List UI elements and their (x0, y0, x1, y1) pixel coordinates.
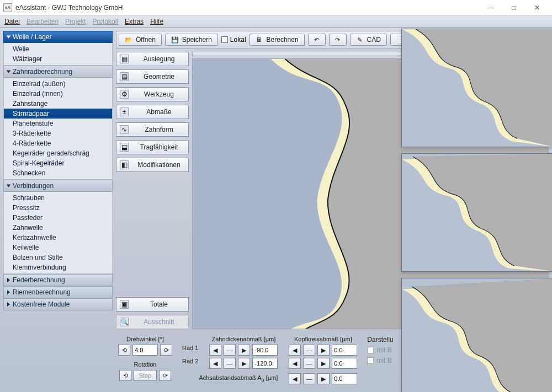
tree-item[interactable]: 4-Räderkette (4, 138, 112, 148)
redo-icon: ↷ (334, 36, 342, 44)
gear-mesh-icon (402, 278, 552, 392)
tab-modifikationen[interactable]: ◧Modifikationen (116, 158, 189, 172)
window-title: eAssistant - GWJ Technology GmbH (15, 4, 479, 12)
section-welle-lager[interactable]: Welle / Lager (3, 31, 113, 43)
calculator-icon: 🖩 (256, 36, 263, 44)
floating-preview-1[interactable] (401, 29, 552, 147)
section-zahnrad[interactable]: Zahnradberechnung (3, 66, 113, 78)
calculate-button[interactable]: 🖩 Berechnen (250, 34, 305, 46)
rotate-left-button[interactable]: ⟲ (118, 345, 130, 356)
tree-item[interactable]: Kegelräder gerade/schräg (4, 148, 112, 158)
section-feder[interactable]: Federberechnung (3, 274, 113, 286)
tree-item[interactable]: Keilwelle (4, 243, 112, 253)
rotate-cw-button[interactable]: ⟳ (159, 370, 171, 381)
tree-item[interactable]: Planetenstufe (4, 119, 112, 128)
reset-button[interactable]: — (303, 358, 315, 369)
rotation-stop-button[interactable]: Stop (134, 370, 157, 381)
menu-bearbeiten[interactable]: Bearbeiten (26, 18, 59, 25)
tree-item[interactable]: Bolzen und Stifte (4, 253, 112, 262)
rad2-k-input[interactable] (332, 358, 357, 369)
tab-tragfaehigkeit[interactable]: ⬓Tragfähigkeit (116, 140, 189, 154)
tab-abmasse[interactable]: ±Abmaße (116, 105, 189, 119)
inc-button[interactable]: ▶ (317, 358, 330, 369)
reset-button[interactable]: — (303, 373, 315, 384)
open-button[interactable]: 📂 Öffnen (119, 34, 162, 46)
section-verbindungen[interactable]: Verbindungen (3, 180, 113, 192)
dec-button[interactable]: ◀ (289, 345, 301, 356)
local-label: Lokal (230, 36, 246, 44)
tree-item-stirnradpaar[interactable]: Stirnradpaar (4, 109, 112, 119)
tree-item[interactable]: 3-Räderkette (4, 128, 112, 138)
btn-label: Berechnen (267, 36, 299, 44)
view-ausschnitt[interactable]: 🔍Ausschnitt (116, 315, 189, 329)
mitb1-label: mit B (376, 346, 391, 354)
tree-item[interactable]: Presssitz (4, 203, 112, 213)
tree-item-waelzlager[interactable]: Wälzlager (4, 54, 112, 64)
sidebar: Welle / Lager Welle Wälzlager Zahnradber… (3, 31, 113, 389)
tab-werkzeug[interactable]: ⚙Werkzeug (116, 87, 189, 101)
menu-protokoll[interactable]: Protokoll (92, 18, 118, 25)
reset-button[interactable]: — (224, 345, 236, 356)
inc-button[interactable]: ▶ (238, 345, 250, 356)
gear-mesh-icon (402, 154, 552, 271)
drehwinkel-input[interactable] (132, 345, 158, 356)
tab-zahnform[interactable]: ∿Zahnform (116, 122, 189, 137)
menu-extras[interactable]: Extras (125, 18, 144, 25)
tab-geometrie[interactable]: ▤Geometrie (116, 69, 189, 84)
cluster-drehwinkel: Drehwinkel [°] ⟲ ⟳ Rotation ⟲ Stop ⟳ (118, 336, 172, 381)
zahndicken-label: Zahndickenabmaß [µm] (209, 336, 278, 342)
inc-button[interactable]: ▶ (238, 358, 250, 369)
tree-item[interactable]: Spiral-Kegelräder (4, 158, 112, 168)
chevron-right-icon (7, 290, 10, 294)
rotate-ccw-button[interactable]: ⟲ (119, 370, 131, 381)
titlebar: eA eAssistant - GWJ Technology GmbH — □ … (0, 0, 552, 15)
undo-button[interactable]: ↶ (308, 34, 326, 46)
reset-button[interactable]: — (303, 345, 315, 356)
chevron-down-icon (7, 36, 11, 39)
maximize-button[interactable]: □ (502, 0, 526, 15)
tab-auslegung[interactable]: ▦Auslegung (116, 52, 189, 66)
dec-button[interactable]: ◀ (209, 345, 221, 356)
menu-projekt[interactable]: Projekt (65, 18, 86, 25)
menu-hilfe[interactable]: Hilfe (150, 18, 163, 25)
floating-preview-2[interactable] (401, 153, 552, 272)
rad1-k-input[interactable] (332, 345, 357, 356)
tree-item[interactable]: Zahnwelle (4, 223, 112, 233)
cad-button[interactable]: ✎ CAD (350, 34, 387, 46)
dec-button[interactable]: ◀ (289, 373, 301, 384)
achsabstand-input[interactable] (332, 373, 357, 384)
rad1-z-input[interactable] (252, 345, 278, 356)
inc-button[interactable]: ▶ (317, 373, 330, 384)
local-checkbox[interactable] (221, 36, 228, 43)
tree-item[interactable]: Schnecken (4, 168, 112, 178)
zoom-icon: 🔍 (120, 318, 129, 326)
tree-item[interactable]: Passfeder (4, 213, 112, 223)
reset-button[interactable]: — (224, 358, 236, 369)
redo-button[interactable]: ↷ (329, 34, 347, 46)
section-riemen[interactable]: Riemenberechnung (3, 286, 113, 298)
mitb2-checkbox[interactable] (367, 357, 374, 364)
menu-datei[interactable]: Datei (4, 18, 20, 25)
dec-button[interactable]: ◀ (289, 358, 301, 369)
mitb1-checkbox[interactable] (367, 347, 374, 353)
tree-item[interactable]: Klemmverbindung (4, 262, 112, 272)
folder-open-icon: 📂 (125, 36, 132, 44)
tree-item[interactable]: Kerbzahnwelle (4, 233, 112, 243)
rad2-z-input[interactable] (252, 358, 278, 369)
tree-item[interactable]: Zahnstange (4, 99, 112, 109)
rad1-label: Rad 1 (182, 345, 198, 356)
close-button[interactable]: ✕ (526, 0, 549, 15)
tree-item[interactable]: Schrauben (4, 193, 112, 203)
rotate-right-button[interactable]: ⟳ (160, 345, 172, 356)
tree-item-welle[interactable]: Welle (4, 44, 112, 54)
section-kostenfrei[interactable]: Kostenfreie Module (3, 298, 113, 310)
tree-item[interactable]: Einzelrad (außen) (4, 79, 112, 89)
view-totale[interactable]: ▣Totale (116, 297, 189, 312)
chevron-down-icon (7, 185, 11, 187)
save-button[interactable]: 💾 Speichern (165, 34, 218, 46)
floating-preview-3[interactable] (401, 278, 552, 392)
tree-item[interactable]: Einzelrad (innen) (4, 89, 112, 99)
inc-button[interactable]: ▶ (317, 345, 330, 356)
dec-button[interactable]: ◀ (209, 358, 221, 369)
minimize-button[interactable]: — (479, 0, 502, 15)
